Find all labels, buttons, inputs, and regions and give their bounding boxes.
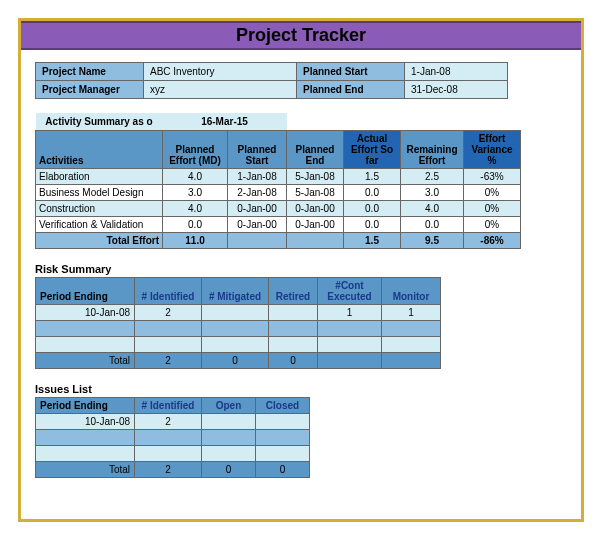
risk-row (36, 321, 441, 337)
page-title: Project Tracker (21, 25, 581, 46)
tracker-document: Project Tracker Project Name ABC Invento… (18, 18, 584, 522)
planned-end-label: Planned End (297, 81, 405, 99)
col-planned-end: Planned End (287, 131, 344, 169)
col-cont-executed: #Cont Executed (318, 278, 382, 305)
issues-list-table: Period Ending # Identified Open Closed 1… (35, 397, 310, 478)
col-monitor: Monitor (382, 278, 441, 305)
col-identified: # Identified (135, 398, 202, 414)
risk-row: 10-Jan-08 2 1 1 (36, 305, 441, 321)
col-planned-effort: Planned Effort (MD) (163, 131, 228, 169)
col-activities: Activities (36, 131, 163, 169)
project-info-table: Project Name ABC Inventory Planned Start… (35, 62, 508, 99)
col-actual-effort: Actual Effort So far (344, 131, 401, 169)
col-mitigated: # Mitigated (202, 278, 269, 305)
planned-start-value: 1-Jan-08 (405, 63, 508, 81)
issues-list-label: Issues List (35, 383, 567, 395)
activity-row: Elaboration 4.0 1-Jan-08 5-Jan-08 1.5 2.… (36, 169, 521, 185)
activity-row: Business Model Design 3.0 2-Jan-08 5-Jan… (36, 185, 521, 201)
col-retired: Retired (269, 278, 318, 305)
risk-summary-label: Risk Summary (35, 263, 567, 275)
activity-total-row: Total Effort 11.0 1.5 9.5 -86% (36, 233, 521, 249)
issues-row (36, 430, 310, 446)
project-manager-label: Project Manager (36, 81, 144, 99)
planned-start-label: Planned Start (297, 63, 405, 81)
activity-summary-table: Activity Summary as o 16-Mar-15 Activiti… (35, 113, 521, 249)
activity-summary-label: Activity Summary as o (36, 113, 163, 131)
planned-end-value: 31-Dec-08 (405, 81, 508, 99)
col-remaining: Remaining Effort (401, 131, 464, 169)
col-planned-start: Planned Start (228, 131, 287, 169)
col-period: Period Ending (36, 398, 135, 414)
project-name-label: Project Name (36, 63, 144, 81)
col-variance: Effort Variance % (464, 131, 521, 169)
activity-row: Verification & Validation 0.0 0-Jan-00 0… (36, 217, 521, 233)
risk-total-row: Total 2 0 0 (36, 353, 441, 369)
col-period: Period Ending (36, 278, 135, 305)
col-closed: Closed (256, 398, 310, 414)
activity-asof-date: 16-Mar-15 (163, 113, 287, 131)
activity-row: Construction 4.0 0-Jan-00 0-Jan-00 0.0 4… (36, 201, 521, 217)
issues-total-row: Total 2 0 0 (36, 462, 310, 478)
risk-summary-table: Period Ending # Identified # Mitigated R… (35, 277, 441, 369)
issues-row (36, 446, 310, 462)
title-bar: Project Tracker (21, 21, 581, 50)
project-name-value: ABC Inventory (144, 63, 297, 81)
risk-row (36, 337, 441, 353)
issues-row: 10-Jan-08 2 (36, 414, 310, 430)
content-area: Project Name ABC Inventory Planned Start… (21, 50, 581, 490)
project-manager-value: xyz (144, 81, 297, 99)
col-open: Open (202, 398, 256, 414)
col-identified: # Identified (135, 278, 202, 305)
